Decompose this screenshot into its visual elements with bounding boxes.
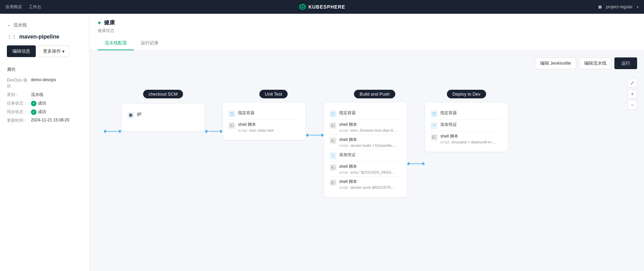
shell-step-content-build-4: shell 脚本 script docker push $REGISTR... bbox=[339, 179, 401, 189]
attributes-title: 属性 bbox=[7, 67, 82, 73]
shell-icon-build-1 bbox=[330, 122, 336, 129]
step-container-build[interactable]: 指定容器 bbox=[330, 108, 401, 120]
back-label: 流水线 bbox=[13, 22, 27, 28]
svg-point-12 bbox=[433, 124, 435, 126]
stage-label-build-push: Build and Push bbox=[354, 90, 395, 98]
shell-icon-build-4 bbox=[330, 179, 336, 186]
stage-card-deploy-dev: 指定容器 添加凭证 bbox=[425, 102, 508, 152]
nav-right: ■ project-regular ▾ bbox=[598, 3, 638, 11]
attr-task-status: 任务状态： 成功 bbox=[7, 99, 82, 108]
svg-rect-13 bbox=[432, 136, 436, 139]
stage-unit-test: Unit Test 指定容器 bbox=[223, 90, 324, 140]
edit-info-button[interactable]: 编辑信息 bbox=[7, 45, 36, 57]
edit-jenkinsfile-button[interactable]: 编辑 Jenkinsfile bbox=[535, 57, 576, 69]
nav-left: 应用商店 工作台 bbox=[6, 4, 41, 10]
zoom-in-button[interactable]: + bbox=[627, 89, 637, 99]
sync-status-text: 成功 bbox=[38, 109, 46, 115]
connector-dot bbox=[219, 130, 222, 133]
connector-dot bbox=[104, 130, 107, 133]
stage-label-checkout-scm: checkout SCM bbox=[143, 90, 183, 98]
svg-rect-5 bbox=[332, 113, 335, 116]
svg-rect-9 bbox=[331, 166, 335, 169]
sidebar: ← 流水线 ⋮⋮ maven-pipeline 编辑信息 更多操作 ▾ 属性 D… bbox=[0, 14, 89, 271]
step-git[interactable]: git bbox=[127, 109, 199, 121]
attr-task-status-label: 任务状态： bbox=[7, 100, 31, 106]
main-content: ♥ 健康 健康状态 流水线配置 运行记录 编辑 Jenkinsfile 编辑流水… bbox=[89, 14, 644, 271]
pipeline-canvas: 编辑 Jenkinsfile 编辑流水线 运行 ⤢ + − checkout S… bbox=[89, 51, 644, 271]
shell-step-name-deploy: shell 脚本 bbox=[440, 133, 502, 139]
git-step-content: git bbox=[137, 111, 199, 116]
pipeline-icon: ⋮⋮ bbox=[7, 34, 17, 40]
container-step-name-build: 指定容器 bbox=[339, 110, 401, 116]
shell-step-content-build-2: shell 脚本 script docker build -f Dockerfi… bbox=[339, 137, 401, 148]
step-shell-build-1[interactable]: shell 脚本 script mvn -Dmaven.test.skip=tr… bbox=[330, 120, 401, 135]
shell-icon-deploy bbox=[431, 134, 438, 141]
nav-workbench[interactable]: 工作台 bbox=[29, 4, 41, 10]
step-credential-deploy[interactable]: 添加凭证 bbox=[431, 120, 502, 131]
connector-line bbox=[107, 131, 118, 132]
back-to-pipeline[interactable]: ← 流水线 bbox=[0, 19, 89, 31]
run-button[interactable]: 运行 bbox=[614, 57, 637, 69]
step-container-deploy[interactable]: 指定容器 bbox=[431, 108, 502, 120]
step-shell-build-2[interactable]: shell 脚本 script docker build -f Dockerfi… bbox=[330, 135, 401, 150]
stage-card-checkout-scm: git bbox=[122, 104, 204, 131]
connector-dot bbox=[118, 130, 121, 133]
attr-sync-status: 同步状态： 成功 bbox=[7, 108, 82, 116]
container-icon-build bbox=[330, 110, 336, 117]
expand-button[interactable]: ⤢ bbox=[627, 78, 637, 88]
container-icon-deploy bbox=[431, 110, 438, 117]
nav-app-store[interactable]: 应用商店 bbox=[6, 4, 22, 10]
credential-step-content-build: 添加凭证 bbox=[339, 152, 401, 158]
step-shell-build-3[interactable]: shell 脚本 script echo "$DOCKER_PASS... bbox=[330, 162, 401, 177]
shell-script-build-3: script echo "$DOCKER_PASS... bbox=[339, 170, 398, 174]
connector-line bbox=[310, 135, 320, 136]
credential-step-name-deploy: 添加凭证 bbox=[440, 122, 502, 128]
step-shell-build-4[interactable]: shell 脚本 script docker push $REGISTR... bbox=[330, 177, 401, 192]
tab-run-records[interactable]: 运行记录 bbox=[134, 36, 165, 50]
task-status-text: 成功 bbox=[38, 100, 46, 106]
edit-pipeline-button[interactable]: 编辑流水线 bbox=[579, 57, 612, 69]
sidebar-title-row: ⋮⋮ maven-pipeline bbox=[0, 31, 89, 45]
connector-after-1 bbox=[204, 130, 223, 133]
nav-user-avatar: ■ bbox=[598, 3, 602, 11]
main-layout: ← 流水线 ⋮⋮ maven-pipeline 编辑信息 更多操作 ▾ 属性 D… bbox=[0, 14, 644, 271]
attr-category: 类别： 流水线 bbox=[7, 90, 82, 99]
shell-script-build-1: script mvn -Dmaven.test.skip=tru... bbox=[339, 128, 398, 132]
nav-user-chevron: ▾ bbox=[637, 5, 638, 9]
step-shell-unit[interactable]: shell 脚本 script mvn clean test bbox=[228, 120, 300, 134]
attr-category-label: 类别： bbox=[7, 92, 31, 98]
zoom-out-button[interactable]: − bbox=[627, 100, 637, 110]
connector-dot bbox=[407, 162, 410, 165]
pipeline-name: maven-pipeline bbox=[19, 34, 59, 40]
credential-step-content-deploy: 添加凭证 bbox=[440, 122, 502, 128]
shell-step-name-build-3: shell 脚本 bbox=[339, 164, 401, 170]
connector-dot bbox=[205, 130, 208, 133]
attr-devops-project: DevOps 项目 demo-devops bbox=[7, 76, 82, 90]
page-tabs: 流水线配置 运行记录 bbox=[98, 36, 636, 50]
shell-script-build-2: script docker build -f Dockerfile-o... bbox=[339, 143, 398, 148]
health-icon: ♥ bbox=[98, 20, 101, 26]
attributes-section: 属性 DevOps 项目 demo-devops 类别： 流水线 任务状态： 成… bbox=[0, 63, 89, 125]
nav-username[interactable]: project-regular bbox=[606, 4, 633, 9]
container-step-name-deploy: 指定容器 bbox=[440, 110, 502, 116]
connector-after-3 bbox=[407, 162, 425, 165]
kubesphere-logo-icon bbox=[299, 3, 306, 11]
connector-before-1 bbox=[103, 130, 122, 133]
step-container-unit[interactable]: 指定容器 bbox=[228, 108, 300, 120]
svg-rect-6 bbox=[331, 124, 335, 127]
step-shell-deploy[interactable]: shell 脚本 script envsubst < deploy/all-in… bbox=[431, 131, 502, 146]
step-credential-build[interactable]: 添加凭证 bbox=[330, 150, 401, 162]
more-actions-button[interactable]: 更多操作 ▾ bbox=[39, 45, 69, 57]
shell-step-script-unit: script mvn clean test bbox=[238, 128, 297, 132]
shell-script-build-4: script docker push $REGISTR... bbox=[339, 185, 398, 189]
connector-dot bbox=[306, 134, 309, 137]
sync-status-icon bbox=[31, 109, 36, 115]
git-step-name: git bbox=[137, 111, 199, 116]
stage-deploy-dev: Deploy to Dev 指定容器 bbox=[425, 90, 508, 152]
tab-pipeline-config[interactable]: 流水线配置 bbox=[98, 36, 134, 50]
stage-build-push: Build and Push 指定容器 bbox=[324, 90, 425, 197]
container-step-name-unit: 指定容器 bbox=[238, 110, 300, 116]
shell-step-name-build-1: shell 脚本 bbox=[339, 122, 401, 128]
shell-step-name-build-4: shell 脚本 bbox=[339, 179, 401, 185]
page-header: ♥ 健康 健康状态 流水线配置 运行记录 bbox=[89, 14, 644, 51]
